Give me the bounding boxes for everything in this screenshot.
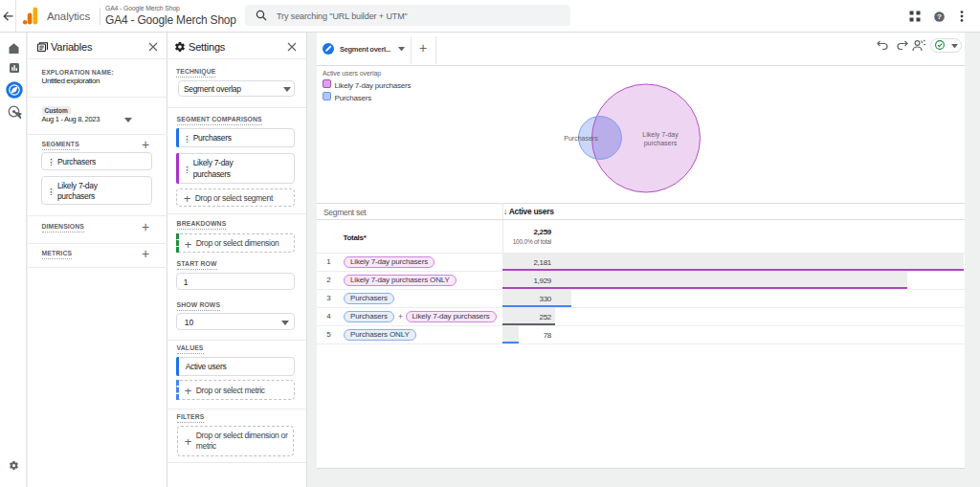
svg-text:purchasers: purchasers [644,140,678,147]
svg-text:Likely 7-day: Likely 7-day [642,131,679,139]
svg-text:?: ? [937,12,942,21]
svg-text:Purchasers: Purchasers [564,135,598,142]
